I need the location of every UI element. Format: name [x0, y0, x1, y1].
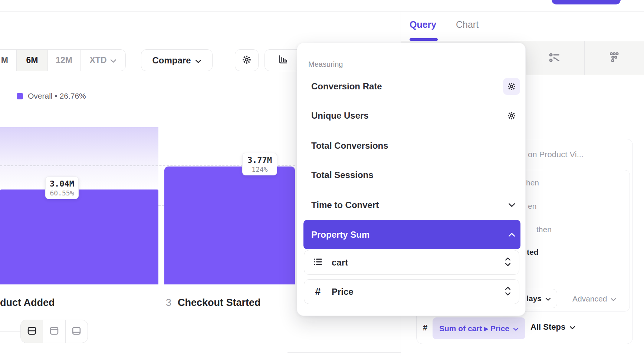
menu-item-label: Total Sessions: [311, 170, 374, 180]
layout-split-rows-button[interactable]: [21, 320, 43, 343]
app-screen: M 6M 12M XTD Compare: [0, 0, 644, 356]
list-property-icon: [312, 257, 323, 268]
chevron-down-icon: [195, 55, 201, 66]
chevron-down-icon: [513, 324, 519, 333]
property-selector[interactable]: cart: [304, 250, 519, 275]
chevron-up-icon: [503, 226, 520, 243]
sub-property-value: Price: [332, 287, 497, 297]
flows-icon: [548, 51, 561, 65]
funnel-bar-checkout-started[interactable]: [164, 167, 295, 284]
measuring-popover: Measuring Conversion Rate Unique Users T…: [297, 43, 526, 316]
menu-item-label: Property Sum: [311, 230, 369, 240]
layout-top-panel-button[interactable]: [43, 320, 65, 343]
section-divider: [0, 331, 20, 332]
time-range-xtd[interactable]: XTD: [80, 50, 125, 71]
step-number: 3: [166, 297, 171, 309]
segmentation-view-button[interactable]: [599, 43, 629, 73]
popover-title: Measuring: [308, 60, 343, 69]
toolbar-divider: [584, 41, 585, 75]
chevron-down-icon: [503, 197, 520, 214]
advanced-label: Advanced: [572, 294, 607, 303]
step-row-fragment: then: [536, 225, 552, 234]
chart-type-button[interactable]: [264, 49, 302, 71]
window-label: lays: [526, 294, 542, 303]
all-steps-dropdown[interactable]: All Steps: [530, 322, 575, 332]
property-value: cart: [332, 257, 497, 268]
funnel-bar-product-added[interactable]: [0, 189, 158, 284]
chevron-down-icon: [110, 55, 116, 65]
menu-item-total-sessions[interactable]: Total Sessions: [303, 164, 520, 186]
measurement-chip[interactable]: Sum of cart ▸ Price: [433, 317, 525, 339]
compare-label: Compare: [152, 55, 191, 66]
layout-split-rows-icon: [26, 326, 37, 337]
layout-toggle-control: [20, 320, 88, 343]
reference-dashed-line-2: [158, 205, 164, 206]
menu-item-label: Unique Users: [311, 111, 369, 121]
menu-item-label: Conversion Rate: [311, 81, 382, 92]
value-amount: 3.77M: [247, 155, 272, 165]
up-down-arrows-icon: [505, 286, 511, 297]
unique-users-settings-button[interactable]: [503, 107, 520, 124]
advanced-dropdown[interactable]: Advanced: [572, 294, 616, 303]
value-percent: 60.55%: [50, 189, 74, 197]
bar-chart-icon: [277, 55, 289, 66]
conversion-rate-settings-button[interactable]: [503, 78, 520, 95]
step-row-fragment: en: [528, 202, 536, 211]
funnel-ghost-segment: [0, 127, 158, 190]
chevron-down-icon: [611, 294, 616, 303]
step-row-fragment: ted: [527, 248, 539, 257]
layout-bottom-panel-icon: [71, 326, 82, 337]
all-steps-label: All Steps: [530, 322, 565, 332]
flows-view-button[interactable]: [540, 43, 569, 73]
tab-chart[interactable]: Chart: [456, 19, 479, 30]
time-range-control: M 6M 12M XTD: [0, 49, 126, 71]
tab-query[interactable]: Query: [410, 19, 436, 30]
chevron-down-icon: [545, 294, 551, 303]
layout-bottom-panel-button[interactable]: [65, 320, 88, 343]
value-label-checkout-started: 3.77M 124%: [242, 153, 277, 175]
up-down-arrows-icon: [505, 257, 511, 268]
section-divider: [288, 352, 401, 353]
time-range-xtd-label: XTD: [90, 55, 107, 65]
query-card-title: on Product Vi...: [528, 150, 584, 159]
step-label-product-added: duct Added: [0, 297, 55, 309]
value-percent: 124%: [252, 165, 267, 173]
time-range-6m[interactable]: 6M: [16, 50, 47, 71]
step-row-fragment: hen: [526, 178, 539, 187]
layout-top-panel-icon: [49, 326, 60, 337]
step-name: Checkout Started: [178, 297, 261, 309]
sub-property-selector[interactable]: # Price: [304, 279, 519, 304]
active-tab-underline: [410, 38, 438, 41]
gear-icon: [242, 55, 252, 66]
menu-item-time-to-convert[interactable]: Time to Convert: [303, 194, 520, 216]
primary-action-button[interactable]: [552, 0, 621, 4]
menu-item-unique-users[interactable]: Unique Users: [303, 105, 520, 126]
compare-button[interactable]: Compare: [141, 49, 213, 71]
menu-item-total-conversions[interactable]: Total Conversions: [303, 135, 520, 156]
menu-item-label: Total Conversions: [311, 141, 388, 151]
step-label-checkout-started: 3 Checkout Started: [166, 297, 261, 309]
time-range-m[interactable]: M: [0, 50, 16, 71]
menu-item-conversion-rate[interactable]: Conversion Rate: [303, 76, 520, 97]
measurement-chip-label: Sum of cart ▸ Price: [439, 324, 509, 333]
chart-settings-button[interactable]: [235, 49, 259, 71]
legend-swatch: [17, 93, 23, 99]
legend-label: Overall • 26.76%: [28, 92, 86, 100]
legend: Overall • 26.76%: [17, 92, 86, 100]
menu-item-property-sum-selected[interactable]: Property Sum: [303, 220, 520, 249]
value-amount: 3.04M: [50, 179, 74, 188]
menu-item-label: Time to Convert: [311, 200, 379, 210]
number-property-icon: #: [312, 286, 323, 297]
dot-grid-icon: [607, 51, 621, 65]
time-range-12m[interactable]: 12M: [47, 50, 80, 71]
chevron-down-icon: [569, 322, 575, 332]
measurement-type-icon: #: [423, 323, 427, 333]
top-bar: [0, 0, 644, 12]
value-label-product-added: 3.04M 60.55%: [45, 177, 79, 199]
